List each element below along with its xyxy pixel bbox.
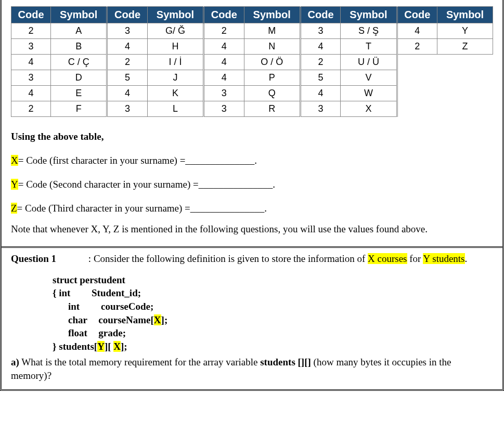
table-cell: 4 bbox=[11, 55, 51, 70]
instructions-block: Using the above table, X= Code (first ch… bbox=[11, 127, 493, 236]
hl-x: X bbox=[113, 341, 121, 352]
top-section: Code Symbol Code Symbol Code Symbol Code… bbox=[2, 0, 502, 248]
code-line: char courseName[X]; bbox=[53, 313, 493, 327]
question-section: Question 1 : Consider the following defi… bbox=[2, 248, 502, 389]
table-row: 2F3L3R3X bbox=[11, 101, 493, 117]
code-field: Student_id; bbox=[92, 287, 141, 298]
table-cell: I / İ bbox=[147, 55, 203, 70]
table-cell bbox=[437, 55, 493, 70]
question-middle: for bbox=[407, 253, 423, 264]
code-type: { int bbox=[53, 286, 82, 300]
z-definition: Z= Code (Third character in your surname… bbox=[11, 199, 493, 218]
table-cell: H bbox=[147, 39, 203, 55]
header-cell: Symbol bbox=[147, 7, 203, 23]
table-cell: S / Ş bbox=[341, 23, 397, 39]
y-text: = Code (Second character in your surname… bbox=[18, 179, 275, 190]
x-definition: X= Code (first character in your surname… bbox=[11, 151, 493, 170]
table-cell: 4 bbox=[300, 39, 340, 55]
header-cell: Symbol bbox=[244, 7, 300, 23]
code-line: int courseCode; bbox=[53, 300, 493, 313]
header-cell: Code bbox=[11, 7, 51, 23]
y-label: Y bbox=[11, 179, 18, 190]
part-a-label: a) bbox=[11, 357, 19, 367]
table-cell: N bbox=[244, 39, 300, 55]
table-row: 2A3G/ Ğ2M3S / Ş4Y bbox=[11, 23, 493, 39]
struct-code-block: struct perstudent { int Student_id; int … bbox=[53, 273, 493, 353]
table-cell: G/ Ğ bbox=[147, 23, 203, 39]
table-cell bbox=[437, 70, 493, 86]
header-cell: Code bbox=[204, 7, 244, 23]
x-label: X bbox=[11, 155, 18, 166]
part-a-bold: students [][] bbox=[260, 357, 311, 367]
table-cell: 3 bbox=[300, 23, 340, 39]
z-text: = Code (Third character in your surname)… bbox=[17, 203, 267, 214]
table-cell: 4 bbox=[204, 55, 244, 70]
z-label: Z bbox=[11, 203, 17, 214]
hl-y: Y bbox=[97, 341, 105, 352]
hl-y-students: Y students bbox=[423, 253, 464, 264]
table-cell: R bbox=[244, 101, 300, 117]
table-cell bbox=[437, 86, 493, 101]
code-field-after: ]; bbox=[161, 314, 168, 325]
table-cell bbox=[397, 86, 437, 101]
table-row: 3B4H4N4T2Z bbox=[11, 39, 493, 55]
code-close-after: ]; bbox=[121, 341, 127, 352]
part-a: a) What is the total memory requirement … bbox=[11, 355, 493, 383]
question-intro-text: : Consider the following definition is g… bbox=[88, 253, 368, 264]
table-header-row: Code Symbol Code Symbol Code Symbol Code… bbox=[11, 7, 493, 23]
table-row: 3D5J4P5V bbox=[11, 70, 493, 86]
table-cell: C / Ç bbox=[51, 55, 107, 70]
table-cell: J bbox=[147, 70, 203, 86]
table-row: 4C / Ç2I / İ4O / Ö2U / Ü bbox=[11, 55, 493, 70]
table-cell: 2 bbox=[300, 55, 340, 70]
table-cell: 3 bbox=[11, 70, 51, 86]
table-cell: 2 bbox=[107, 55, 147, 70]
code-close: } students[ bbox=[53, 341, 97, 352]
table-cell: 3 bbox=[11, 39, 51, 55]
question-after: . bbox=[465, 253, 468, 264]
code-type: int bbox=[68, 300, 91, 313]
table-cell: 5 bbox=[107, 70, 147, 86]
table-cell: 4 bbox=[107, 86, 147, 101]
table-cell: 2 bbox=[11, 23, 51, 39]
code-mid: ][ bbox=[105, 341, 113, 352]
table-row: 4E4K3Q4W bbox=[11, 86, 493, 101]
table-cell: D bbox=[51, 70, 107, 86]
code-type: float bbox=[68, 326, 91, 340]
table-cell: E bbox=[51, 86, 107, 101]
table-cell: Y bbox=[437, 23, 493, 39]
table-cell: 4 bbox=[397, 23, 437, 39]
table-cell: 4 bbox=[11, 86, 51, 101]
code-line-struct: struct perstudent bbox=[53, 273, 493, 287]
table-cell: 2 bbox=[397, 39, 437, 55]
hl-x: X bbox=[154, 314, 161, 325]
table-cell: Z bbox=[437, 39, 493, 55]
question-title: Question 1 bbox=[11, 253, 56, 264]
hl-x-courses: X courses bbox=[368, 253, 407, 264]
table-cell: F bbox=[51, 101, 107, 117]
part-a-text: What is the total memory requirement for… bbox=[19, 357, 260, 367]
table-cell bbox=[397, 55, 437, 70]
header-cell: Symbol bbox=[437, 7, 493, 23]
document-page: Code Symbol Code Symbol Code Symbol Code… bbox=[0, 0, 504, 391]
header-cell: Symbol bbox=[341, 7, 397, 23]
code-line-close: } students[Y][ X]; bbox=[53, 340, 493, 353]
code-field: courseName[ bbox=[98, 314, 154, 325]
table-cell: 3 bbox=[107, 101, 147, 117]
instructions-heading: Using the above table, bbox=[11, 127, 493, 146]
table-cell bbox=[397, 70, 437, 86]
table-cell: 3 bbox=[204, 86, 244, 101]
table-cell: Q bbox=[244, 86, 300, 101]
code-symbol-table: Code Symbol Code Symbol Code Symbol Code… bbox=[11, 6, 493, 117]
header-cell: Symbol bbox=[51, 7, 107, 23]
code-line-open: { int Student_id; bbox=[53, 286, 493, 300]
header-cell: Code bbox=[107, 7, 147, 23]
instructions-note: Note that whenever X, Y, Z is mentioned … bbox=[11, 223, 493, 236]
table-cell: P bbox=[244, 70, 300, 86]
table-cell bbox=[437, 101, 493, 117]
table-cell: K bbox=[147, 86, 203, 101]
table-cell: 2 bbox=[11, 101, 51, 117]
table-cell: T bbox=[341, 39, 397, 55]
table-cell: 3 bbox=[204, 101, 244, 117]
table-cell: W bbox=[341, 86, 397, 101]
